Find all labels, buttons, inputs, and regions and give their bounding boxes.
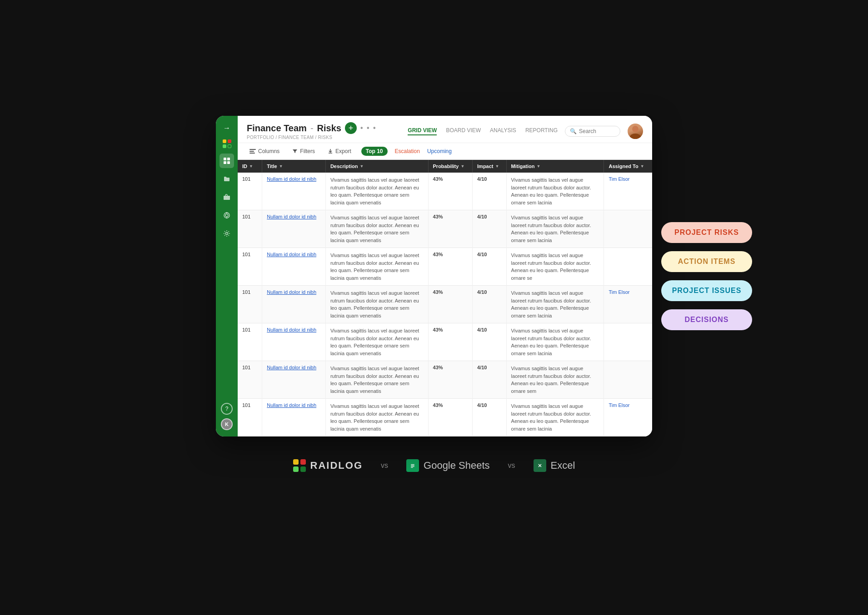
table-wrapper[interactable]: ID ▼ Title ▼ xyxy=(238,160,652,436)
cell-impact-6: 4/10 xyxy=(473,399,507,436)
svg-rect-13 xyxy=(411,464,414,465)
label-decisions[interactable]: DECISIONS xyxy=(661,309,752,330)
cell-assigned-4[interactable] xyxy=(604,323,652,361)
cell-description-1: Vivamus sagittis lacus vel augue laoreet… xyxy=(325,210,428,248)
cell-description-0: Vivamus sagittis lacus vel augue laoreet… xyxy=(325,173,428,210)
cell-title-6[interactable]: Nullam id dolor id nibh xyxy=(262,399,326,436)
th-mitigation[interactable]: Mitigation ▼ xyxy=(506,160,604,173)
th-impact[interactable]: Impact ▼ xyxy=(473,160,507,173)
logo-dot-green xyxy=(223,144,226,148)
cell-mitigation-0: Vivamus sagittis lacus vel augue laoreet… xyxy=(506,173,604,210)
cell-impact-3: 4/10 xyxy=(473,286,507,323)
sidebar-user-avatar[interactable]: K xyxy=(221,418,233,430)
nav-tabs: GRID VIEW BOARD VIEW ANALYSIS REPORTING xyxy=(408,127,558,135)
cell-impact-2: 4/10 xyxy=(473,248,507,286)
sidebar-top: → xyxy=(219,122,234,400)
cell-mitigation-5: Vivamus sagittis lacus vel augue laoreet… xyxy=(506,361,604,399)
impact-filter-icon[interactable]: ▼ xyxy=(495,164,499,169)
table-row: 101 Nullam id dolor id nibh Vivamus sagi… xyxy=(238,323,652,361)
id-filter-icon[interactable]: ▼ xyxy=(249,164,253,169)
cell-title-2[interactable]: Nullam id dolor id nibh xyxy=(262,248,326,286)
label-action-items[interactable]: ACTION ITEMS xyxy=(661,251,752,272)
cell-assigned-0[interactable]: Tim Elsor xyxy=(604,173,652,210)
branding-bar: RAIDLOG vs Google Sheets vs xyxy=(293,450,575,481)
cell-title-1[interactable]: Nullam id dolor id nibh xyxy=(262,210,326,248)
table-row: 101 Nullam id dolor id nibh Vivamus sagi… xyxy=(238,173,652,210)
raidlog-brand-name: RAIDLOG xyxy=(310,460,363,471)
description-filter-icon[interactable]: ▼ xyxy=(359,164,364,169)
cell-assigned-6[interactable]: Tim Elsor xyxy=(604,399,652,436)
cell-probability-5: 43% xyxy=(428,361,473,399)
google-sheets-brand: Google Sheets xyxy=(406,459,490,472)
cell-assigned-2[interactable] xyxy=(604,248,652,286)
export-icon xyxy=(328,149,333,154)
cell-mitigation-1: Vivamus sagittis lacus vel augue laoreet… xyxy=(506,210,604,248)
mitigation-filter-icon[interactable]: ▼ xyxy=(537,164,541,169)
cell-impact-4: 4/10 xyxy=(473,323,507,361)
label-project-issues[interactable]: PROJECT ISSUES xyxy=(661,280,752,301)
cell-title-3[interactable]: Nullam id dolor id nibh xyxy=(262,286,326,323)
search-input[interactable] xyxy=(579,128,615,134)
label-project-risks[interactable]: PROJECT RISKS xyxy=(661,222,752,243)
cell-title-5[interactable]: Nullam id dolor id nibh xyxy=(262,361,326,399)
excel-name: Excel xyxy=(551,460,575,471)
escalation-button[interactable]: Escalation xyxy=(395,148,420,154)
cell-id-5: 101 xyxy=(238,361,262,399)
sidebar-icon-briefcase[interactable] xyxy=(219,190,234,204)
search-icon: 🔍 xyxy=(570,128,577,134)
th-assigned-to[interactable]: Assigned To ▼ xyxy=(604,160,652,173)
cell-probability-0: 43% xyxy=(428,173,473,210)
cell-probability-3: 43% xyxy=(428,286,473,323)
upcoming-button[interactable]: Upcoming xyxy=(427,148,452,154)
th-description[interactable]: Description ▼ xyxy=(325,160,428,173)
breadcrumb: PORTFOLIO / FINANCE TEAM / RISKS xyxy=(247,135,402,140)
cell-probability-6: 43% xyxy=(428,399,473,436)
tab-grid-view[interactable]: GRID VIEW xyxy=(408,127,437,135)
sidebar-icon-target[interactable] xyxy=(219,208,234,223)
top10-button[interactable]: Top 10 xyxy=(361,147,388,156)
svg-rect-0 xyxy=(224,158,226,160)
table-row: 101 Nullam id dolor id nibh Vivamus sagi… xyxy=(238,210,652,248)
excel-brand: Excel xyxy=(534,459,575,472)
cell-assigned-1[interactable] xyxy=(604,210,652,248)
add-button[interactable]: + xyxy=(345,122,357,134)
svg-rect-2 xyxy=(224,161,226,164)
sidebar-icon-folder[interactable] xyxy=(219,172,234,186)
sidebar-help-button[interactable]: ? xyxy=(221,403,233,415)
user-avatar[interactable] xyxy=(628,124,643,139)
cell-title-4[interactable]: Nullam id dolor id nibh xyxy=(262,323,326,361)
assigned-filter-icon[interactable]: ▼ xyxy=(640,164,644,169)
rl-dot-darkgreen xyxy=(300,466,306,472)
user-avatar-img xyxy=(628,124,643,139)
th-id[interactable]: ID ▼ xyxy=(238,160,262,173)
sidebar-icon-settings[interactable] xyxy=(219,226,234,241)
sidebar-collapse-arrow[interactable]: → xyxy=(221,122,232,134)
cell-assigned-5[interactable] xyxy=(604,361,652,399)
table-row: 101 Nullam id dolor id nibh Vivamus sagi… xyxy=(238,361,652,399)
probability-filter-icon[interactable]: ▼ xyxy=(460,164,464,169)
cell-description-2: Vivamus sagittis lacus vel augue laoreet… xyxy=(325,248,428,286)
columns-button[interactable]: Columns xyxy=(247,147,282,156)
sidebar: → xyxy=(216,116,238,436)
th-title[interactable]: Title ▼ xyxy=(262,160,326,173)
tab-analysis[interactable]: ANALYSIS xyxy=(490,127,516,135)
filters-button[interactable]: Filters xyxy=(289,147,318,156)
th-probability[interactable]: Probability ▼ xyxy=(428,160,473,173)
header-title-section: Finance Team - Risks + • • • PORTFOLIO /… xyxy=(247,122,402,140)
cell-title-0[interactable]: Nullam id dolor id nibh xyxy=(262,173,326,210)
title-filter-icon[interactable]: ▼ xyxy=(279,164,283,169)
svg-point-11 xyxy=(630,134,641,139)
logo-dot-yellow xyxy=(223,139,226,143)
sidebar-logo xyxy=(221,138,233,150)
tab-reporting[interactable]: REPORTING xyxy=(525,127,558,135)
raidlog-brand: RAIDLOG xyxy=(293,459,363,472)
table-row: 101 Nullam id dolor id nibh Vivamus sagi… xyxy=(238,399,652,436)
cell-impact-5: 4/10 xyxy=(473,361,507,399)
cell-assigned-3[interactable]: Tim Elsor xyxy=(604,286,652,323)
sidebar-icon-grid[interactable] xyxy=(219,154,234,168)
export-button[interactable]: Export xyxy=(325,147,354,156)
toolbar: Columns Filters Export xyxy=(238,143,652,160)
search-box[interactable]: 🔍 xyxy=(565,126,620,137)
more-options-button[interactable]: • • • xyxy=(360,124,377,132)
tab-board-view[interactable]: BOARD VIEW xyxy=(446,127,481,135)
